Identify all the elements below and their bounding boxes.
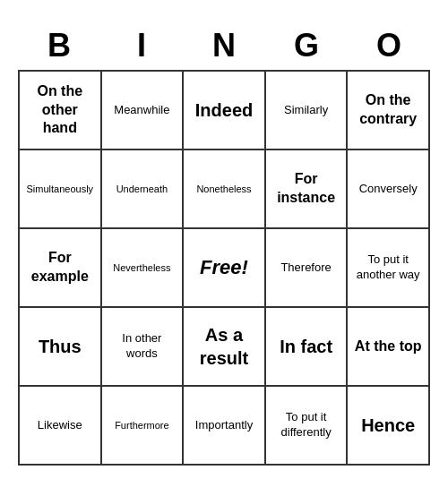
bingo-cell: To put it differently	[266, 387, 349, 466]
bingo-cell: In fact	[266, 308, 349, 387]
bingo-header: BINGO	[18, 21, 430, 70]
bingo-cell: Meanwhile	[102, 72, 185, 150]
bingo-cell: On the other hand	[20, 72, 102, 150]
bingo-cell: Nevertheless	[102, 229, 185, 308]
bingo-cell: Hence	[348, 387, 430, 466]
bingo-cell: On the contrary	[348, 72, 430, 150]
bingo-cell: As a result	[184, 308, 266, 387]
bingo-cell: Free!	[184, 229, 266, 308]
bingo-cell: Indeed	[184, 72, 266, 150]
bingo-letter: I	[100, 21, 183, 70]
bingo-cell: Conversely	[348, 150, 430, 229]
bingo-letter: O	[348, 21, 430, 70]
bingo-letter: B	[18, 21, 100, 70]
bingo-cell: Thus	[20, 308, 102, 387]
bingo-cell: Underneath	[102, 150, 185, 229]
bingo-cell: In other words	[102, 308, 185, 387]
bingo-cell: At the top	[348, 308, 430, 387]
bingo-cell: To put it another way	[348, 229, 430, 308]
bingo-cell: Furthermore	[102, 387, 185, 466]
bingo-cell: Similarly	[266, 72, 349, 150]
bingo-grid: On the other handMeanwhileIndeedSimilarl…	[18, 70, 430, 466]
bingo-cell: Likewise	[20, 387, 102, 466]
bingo-cell: Importantly	[184, 387, 266, 466]
bingo-cell: For instance	[266, 150, 349, 229]
bingo-cell: For example	[20, 229, 102, 308]
bingo-letter: G	[265, 21, 348, 70]
bingo-cell: Therefore	[266, 229, 349, 308]
bingo-cell: Nonetheless	[184, 150, 266, 229]
bingo-letter: N	[183, 21, 265, 70]
bingo-card: BINGO On the other handMeanwhileIndeedSi…	[18, 21, 430, 466]
bingo-cell: Simultaneously	[20, 150, 102, 229]
